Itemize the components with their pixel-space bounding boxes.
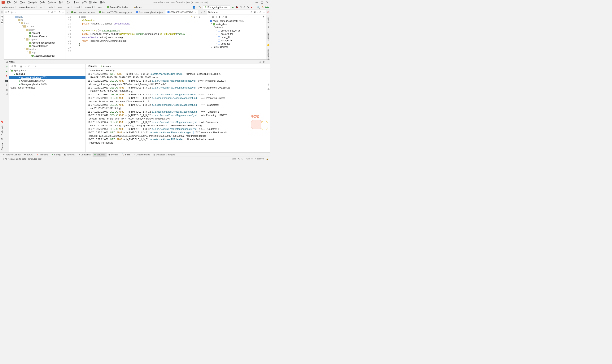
new-icon[interactable]: ▣ [253,11,256,13]
bottom-tool-profiler[interactable]: ◔Profiler [107,153,120,156]
bottom-tool-todo[interactable]: ☰TODO [23,153,35,156]
more-icon[interactable]: ⋮ [203,11,206,13]
tree-node[interactable]: ˅account [4,25,65,28]
menu-file[interactable]: File [6,0,12,4]
breadcrumb-item[interactable]: AccountController [106,6,128,9]
bookmarks-tool-button[interactable]: Bookmarks [1,125,3,135]
refresh-icon[interactable]: ⟳ [251,11,253,13]
breadcrumb-item[interactable]: cn [66,6,70,9]
jump-to-console-icon[interactable]: ↗ [222,15,224,18]
lock-icon[interactable]: 🔒 [266,157,269,160]
breadcrumb-item[interactable]: m deduct [132,6,143,9]
status-cell[interactable]: 26:6 [232,157,236,160]
status-cell[interactable]: 4 spaces [255,157,264,160]
breadcrumb-item[interactable]: seata-demo [1,6,14,9]
menu-refactor[interactable]: Refactor [47,0,58,4]
filter-icon[interactable]: ≡ [257,11,258,13]
status-cell[interactable]: UTF-8 [246,157,253,160]
select-opened-icon[interactable]: ⊙ [48,11,50,13]
tree-node[interactable]: ˅itcast [4,22,65,25]
close-tab-icon[interactable]: ✕ [195,11,196,13]
attach-icon[interactable]: ⇲ [247,6,249,9]
chevron-down-icon[interactable]: ▾ [15,11,16,13]
database-tree[interactable]: ˅seata_demo@localhost 1 of 35˅seata_demo… [207,19,266,59]
minimize-icon[interactable]: — [255,1,258,4]
tree-node[interactable]: ˅▶Running [9,72,85,76]
rerun-icon[interactable]: ↻ [6,65,8,68]
run-icon[interactable]: ▶ [6,70,7,73]
tree-node[interactable]: ˅java [4,15,65,18]
maximize-icon[interactable]: ▢ [261,1,263,4]
settings-icon[interactable]: ◎ [259,61,261,63]
run-app[interactable]: ▶StorageApplication :8081/ [9,83,85,86]
menu-view[interactable]: View [19,0,27,4]
tree-node[interactable]: IAccountFreezeMapper [4,41,65,44]
tree-node[interactable]: ›order_tbl [207,36,266,39]
run-app[interactable]: ▶OrderApplication :8082/ [9,79,85,83]
add-icon[interactable]: ＋ [208,15,210,18]
hide-icon[interactable]: — [266,61,269,63]
bottom-tool-dependencies[interactable]: ⇪Dependencies [132,153,151,156]
gear-icon[interactable]: ⚙ [58,11,61,13]
menu-edit[interactable]: Edit [13,0,19,4]
tree-node[interactable]: ˅tables 5 [207,26,266,29]
close-icon[interactable]: ✕ [266,1,268,4]
bottom-tool-database-changes[interactable]: ▤Database Changes [152,153,176,156]
collapse-icon[interactable]: ⇲ [6,93,8,96]
tree-node[interactable]: ›seata_demo@localhost [9,86,85,90]
menu-navigate[interactable]: Navigate [27,0,38,4]
tree-node[interactable]: IAccountMapper [4,44,65,48]
bottom-tool-build[interactable]: 🔨Build [120,153,132,156]
profile-icon[interactable]: ⟳ [243,6,246,9]
breadcrumb-item[interactable]: account-service [18,6,35,9]
tag-icon[interactable]: 🏷 [28,65,30,68]
expand-all-icon[interactable]: ⇲ [51,11,53,13]
close-all-icon[interactable]: × [66,11,69,13]
run-icon[interactable]: ▶ [232,6,234,9]
tree-node[interactable]: ˅entity [4,28,65,31]
console-tab[interactable]: Console [88,65,97,68]
structure-tool-button[interactable]: Structure [1,142,3,150]
hide-icon[interactable]: — [263,11,265,13]
print-icon[interactable]: 🖶 [267,88,270,91]
tree-node[interactable]: ˅cn [4,18,65,22]
tree-node[interactable]: ›storage_tbl [207,39,266,42]
tree-node[interactable]: ›undo_log [207,42,266,45]
group-icon[interactable]: ▦ [20,65,22,68]
stop-icon[interactable]: ■ [6,75,7,77]
search-icon[interactable]: 🔍 [257,6,260,9]
chevron-up-icon[interactable]: ˄ [201,15,202,18]
camera-icon[interactable]: 📷 [5,79,8,82]
bottom-tool-services[interactable]: ⊞Services [93,153,106,156]
duplicate-icon[interactable]: ▣ [212,15,214,18]
soft-wrap-icon[interactable]: ↩ [267,78,270,82]
project-tool-button[interactable]: Project [1,15,3,24]
breadcrumb-item[interactable]: account [84,6,93,9]
chevron-down-icon[interactable]: ˅ [204,15,205,18]
chevron-down-icon[interactable]: ⌄ [200,11,202,13]
bottom-tool-endpoints[interactable]: ⊕Endpoints [77,153,92,156]
expand-icon[interactable]: ⇲ [11,65,13,68]
editor-tab[interactable]: AccountApplication.java [134,10,165,14]
editor-tab[interactable]: AccountController.java✕ [165,10,198,14]
bottom-tool-problems[interactable]: ⊘Problems [35,153,50,156]
code-area[interactable]: 1 usage @Autowired private AccountTCCSer… [75,15,207,59]
gear-icon[interactable]: ⚙ [259,11,261,13]
menu-run[interactable]: Run [66,0,72,4]
tree-node[interactable]: CAccount [4,31,65,35]
inspection-widget[interactable]: ⚠1 ⚠1 ˄ ˅ [191,15,205,18]
bottom-tool-version-control[interactable]: ⎇Version Control [1,153,22,156]
status-square-icon[interactable]: ▢ [1,157,4,160]
collapse-all-icon[interactable]: ⇱ [54,11,56,13]
add-icon[interactable]: ＋ [34,65,37,68]
user-icon[interactable]: 👤▾ [192,6,197,9]
stop-icon[interactable]: ■ [251,6,252,9]
gear-icon[interactable]: ⚙ [263,61,265,63]
menu-vcs[interactable]: VCS [81,0,88,4]
breadcrumb-item[interactable]: java [57,6,63,9]
database-tool-button[interactable]: Database [267,30,269,42]
menu-help[interactable]: Help [99,0,106,4]
tree-node[interactable]: ˅seata_demo [207,23,266,26]
breadcrumb-item[interactable]: src [39,6,43,9]
run-anything-icon[interactable]: ▶▶ [265,6,269,9]
